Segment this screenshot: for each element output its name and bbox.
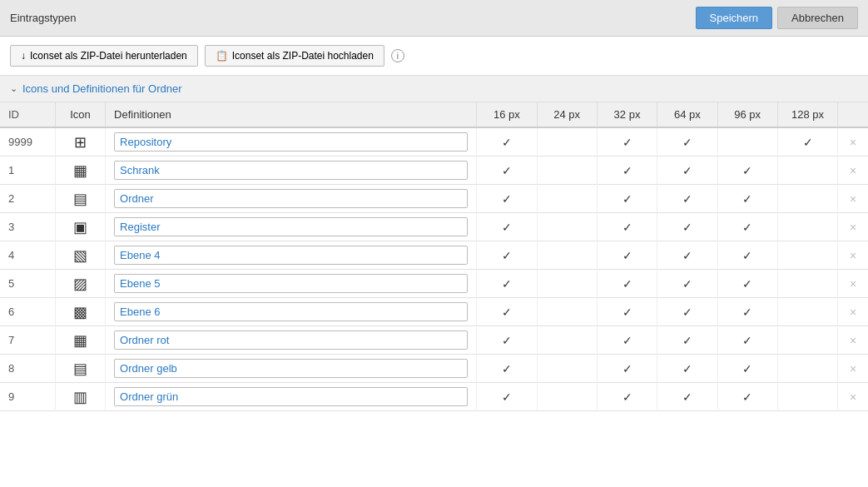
download-zip-button[interactable]: ↓ Iconset als ZIP-Datei herunterladen <box>10 45 198 67</box>
info-icon[interactable]: i <box>391 49 404 62</box>
check-mark: ✓ <box>742 192 752 206</box>
cell-24px <box>537 383 597 411</box>
check-mark: ✓ <box>622 362 632 375</box>
definition-input[interactable] <box>114 387 468 406</box>
delete-button[interactable]: × <box>850 277 856 291</box>
collapse-chevron[interactable]: ⌄ <box>10 83 17 94</box>
delete-button[interactable]: × <box>850 334 856 347</box>
page-title: Eintragstypen <box>10 12 77 24</box>
cell-definition <box>106 298 477 326</box>
cell-128px <box>777 157 837 185</box>
cell-16px: ✓ <box>477 213 537 241</box>
check-mark: ✓ <box>502 221 512 234</box>
cell-delete: × <box>838 383 868 411</box>
cell-id: 9 <box>0 383 55 411</box>
col-id: ID <box>0 102 55 127</box>
header-buttons: Speichern Abbrechen <box>696 7 858 29</box>
cell-16px: ✓ <box>477 355 537 383</box>
cancel-button[interactable]: Abbrechen <box>777 7 858 29</box>
cell-128px <box>777 383 837 411</box>
cell-128px <box>777 241 837 270</box>
cell-64px: ✓ <box>657 127 717 157</box>
check-mark: ✓ <box>622 249 632 262</box>
cell-96px: ✓ <box>717 157 777 185</box>
definition-input[interactable] <box>114 189 468 208</box>
cell-96px: ✓ <box>717 241 777 270</box>
cell-96px: ✓ <box>717 383 777 411</box>
cell-delete: × <box>838 157 868 185</box>
cell-16px: ✓ <box>477 298 537 326</box>
table-row: 3 ▣ ✓ ✓ ✓ ✓ × <box>0 213 868 241</box>
save-button[interactable]: Speichern <box>696 7 773 29</box>
icon-image: ▨ <box>64 275 97 293</box>
cell-id: 3 <box>0 213 55 241</box>
delete-button[interactable]: × <box>850 390 856 404</box>
definition-input[interactable] <box>114 330 468 350</box>
definition-input[interactable] <box>114 302 468 321</box>
icon-image: ▤ <box>64 360 97 378</box>
delete-button[interactable]: × <box>850 136 856 149</box>
cell-delete: × <box>838 355 868 383</box>
definition-input[interactable] <box>114 246 468 265</box>
check-mark: ✓ <box>622 192 632 206</box>
table-row: 7 ▦ ✓ ✓ ✓ ✓ × <box>0 326 868 355</box>
delete-button[interactable]: × <box>850 192 856 206</box>
cell-16px: ✓ <box>477 157 537 185</box>
cell-icon: ▧ <box>55 241 105 270</box>
cell-id: 1 <box>0 157 55 185</box>
delete-button[interactable]: × <box>850 221 856 234</box>
cell-32px: ✓ <box>597 213 657 241</box>
cell-delete: × <box>838 270 868 298</box>
cell-definition <box>106 157 477 185</box>
table-row: 1 ▦ ✓ ✓ ✓ ✓ × <box>0 157 868 185</box>
check-mark: ✓ <box>742 362 752 375</box>
col-def: Definitionen <box>106 102 477 127</box>
upload-icon: 📋 <box>216 50 228 62</box>
check-mark: ✓ <box>502 362 512 375</box>
toolbar: ↓ Iconset als ZIP-Datei herunterladen 📋 … <box>0 37 868 76</box>
icon-image: ⊞ <box>64 133 97 152</box>
check-mark: ✓ <box>742 249 752 262</box>
cell-id: 7 <box>0 326 55 355</box>
cell-96px: ✓ <box>717 355 777 383</box>
delete-button[interactable]: × <box>850 249 856 262</box>
cell-32px: ✓ <box>597 298 657 326</box>
cell-24px <box>537 298 597 326</box>
check-mark: ✓ <box>622 306 632 319</box>
table-header-row: ID Icon Definitionen 16 px 24 px 32 px 6… <box>0 102 868 127</box>
definition-input[interactable] <box>114 161 468 180</box>
icon-image: ▦ <box>64 331 97 350</box>
delete-button[interactable]: × <box>850 164 856 177</box>
definition-input[interactable] <box>114 274 468 293</box>
cell-16px: ✓ <box>477 383 537 411</box>
check-mark: ✓ <box>682 306 692 319</box>
delete-button[interactable]: × <box>850 362 856 375</box>
cell-96px <box>717 127 777 157</box>
cell-icon: ▦ <box>55 326 105 355</box>
section-title[interactable]: Icons und Definitionen für Ordner <box>22 82 182 95</box>
cell-icon: ▥ <box>55 383 105 411</box>
cell-128px <box>777 355 837 383</box>
upload-zip-button[interactable]: 📋 Iconset als ZIP-Datei hochladen <box>205 45 384 67</box>
header-bar: Eintragstypen Speichern Abbrechen <box>0 0 868 37</box>
check-mark: ✓ <box>682 390 692 404</box>
cell-64px: ✓ <box>657 213 717 241</box>
check-mark: ✓ <box>622 277 632 291</box>
check-mark: ✓ <box>502 390 512 404</box>
definition-input[interactable] <box>114 359 468 378</box>
delete-button[interactable]: × <box>850 306 856 319</box>
cell-32px: ✓ <box>597 127 657 157</box>
cell-64px: ✓ <box>657 355 717 383</box>
definition-input[interactable] <box>114 132 468 152</box>
check-mark: ✓ <box>502 277 512 291</box>
cell-id: 6 <box>0 298 55 326</box>
icon-image: ▦ <box>64 162 97 180</box>
table-row: 8 ▤ ✓ ✓ ✓ ✓ × <box>0 355 868 383</box>
icon-image: ▤ <box>64 190 97 208</box>
check-mark: ✓ <box>502 164 512 177</box>
cell-64px: ✓ <box>657 326 717 355</box>
definition-input[interactable] <box>114 217 468 236</box>
cell-96px: ✓ <box>717 185 777 213</box>
table-container: ID Icon Definitionen 16 px 24 px 32 px 6… <box>0 102 868 411</box>
cell-96px: ✓ <box>717 213 777 241</box>
